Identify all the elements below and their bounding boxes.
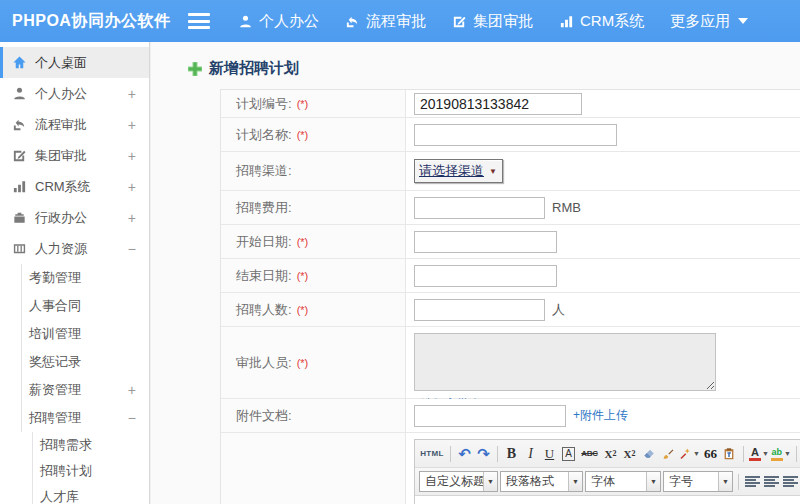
- sidebar-item-talent-pool[interactable]: 人才库: [32, 484, 149, 504]
- field-label: 审批人员:: [236, 354, 292, 372]
- undo-icon[interactable]: ↶: [456, 444, 473, 464]
- home-icon: [12, 55, 27, 70]
- start-date-input[interactable]: [414, 231, 557, 253]
- align-left-icon[interactable]: [744, 472, 761, 492]
- nav-workflow-approval[interactable]: 流程审批: [345, 12, 426, 31]
- color-wand-icon[interactable]: ▼: [678, 444, 700, 464]
- form-row-start-date: 开始日期: (*): [221, 225, 800, 259]
- flow-icon: [345, 14, 360, 29]
- field-label: 计划编号:: [236, 95, 292, 113]
- format-brush-icon[interactable]: [659, 444, 676, 464]
- sidebar-item-recruit-plan[interactable]: 招聘计划: [32, 458, 149, 484]
- field-label: 招聘费用:: [236, 199, 292, 217]
- recruit-plan-form: 计划编号: (*) 计划名称: (*) 招聘渠道: 请选择渠道: [220, 89, 800, 504]
- currency-suffix: RMB: [552, 200, 581, 215]
- custom-title-dropdown[interactable]: 自定义标题 ▼: [419, 471, 498, 492]
- expand-icon[interactable]: +: [128, 382, 136, 398]
- person-icon: [12, 86, 27, 101]
- sidebar-item-hr-contract[interactable]: 人事合同: [21, 292, 149, 320]
- editor-toolbar-row2: 自定义标题 ▼ 段落格式 ▼ 字体 ▼ 字号 ▼: [415, 468, 800, 496]
- required-mark: (*): [297, 304, 309, 316]
- editor-body[interactable]: [415, 496, 800, 504]
- sidebar-item-training-mgmt[interactable]: 培训管理: [21, 320, 149, 348]
- align-center-icon[interactable]: [763, 472, 780, 492]
- page-title: 新增招聘计划: [151, 42, 800, 78]
- end-date-input[interactable]: [414, 265, 557, 287]
- form-row-end-date: 结束日期: (*): [221, 259, 800, 293]
- bold-button[interactable]: B: [503, 444, 520, 464]
- sidebar-item-personal-office[interactable]: 个人办公 +: [0, 78, 149, 109]
- nav-crm-system[interactable]: CRM系统: [559, 12, 644, 31]
- paste-text-icon[interactable]: [721, 444, 738, 464]
- expand-icon[interactable]: +: [128, 86, 136, 102]
- sidebar: 个人桌面 个人办公 + 流程审批 + 集团审批 + CRM系统 + 行政办公 +…: [0, 42, 150, 504]
- top-bar: PHPOA协同办公软件 个人办公 流程审批 集团审批 CRM系统 更多应用: [0, 0, 800, 42]
- edit-icon: [12, 148, 27, 163]
- nav-label: 个人办公: [259, 12, 319, 31]
- nav-group-approval[interactable]: 集团审批: [452, 12, 533, 31]
- attachment-input[interactable]: [414, 405, 566, 427]
- collapse-icon[interactable]: −: [128, 410, 136, 426]
- source-code-button[interactable]: HTML: [419, 444, 445, 464]
- sidebar-item-attendance-mgmt[interactable]: 考勤管理: [21, 264, 149, 292]
- sidebar-item-reward-punish[interactable]: 奖惩记录: [21, 348, 149, 376]
- form-row-channel: 招聘渠道: 请选择渠道 ▼: [221, 152, 800, 191]
- nav-label: CRM系统: [580, 12, 644, 31]
- superscript-button[interactable]: X2: [602, 444, 619, 464]
- nav-more-apps[interactable]: 更多应用: [670, 12, 748, 31]
- approvers-textarea[interactable]: [414, 333, 716, 391]
- expand-icon[interactable]: +: [128, 179, 136, 195]
- editor-toolbar-row1: HTML ↶ ↷ B I U A ABC X2 X2 ▼: [415, 440, 800, 468]
- nav-label: 流程审批: [366, 12, 426, 31]
- blockquote-button[interactable]: 66: [702, 444, 719, 464]
- font-family-dropdown[interactable]: 字体 ▼: [585, 471, 661, 492]
- sidebar-item-admin-office[interactable]: 行政办公 +: [0, 202, 149, 233]
- sidebar-item-crm-system[interactable]: CRM系统 +: [0, 171, 149, 202]
- sidebar-item-workflow-approval[interactable]: 流程审批 +: [0, 109, 149, 140]
- channel-select[interactable]: 请选择渠道 ▼: [414, 159, 503, 183]
- main-content: 新增招聘计划 计划编号: (*) 计划名称: (*) 招聘渠道:: [151, 42, 800, 504]
- dropdown-caret-icon: ▼: [568, 472, 582, 491]
- headcount-input[interactable]: [414, 299, 545, 321]
- nav-personal-office[interactable]: 个人办公: [238, 12, 319, 31]
- menu-icon[interactable]: [188, 13, 210, 29]
- eraser-icon[interactable]: [640, 444, 657, 464]
- collapse-icon[interactable]: −: [128, 241, 136, 257]
- font-size-dropdown[interactable]: 字号 ▼: [663, 471, 733, 492]
- plan-number-input[interactable]: [414, 93, 582, 115]
- strikethrough-button[interactable]: ABC: [579, 444, 600, 464]
- italic-button[interactable]: I: [522, 444, 539, 464]
- field-label: 附件文档:: [236, 407, 292, 425]
- font-color-button[interactable]: A▼: [749, 444, 769, 464]
- nav-label: 集团审批: [473, 12, 533, 31]
- paragraph-format-dropdown[interactable]: 段落格式 ▼: [500, 471, 583, 492]
- sidebar-item-recruit-demand[interactable]: 招聘需求: [32, 432, 149, 458]
- required-mark: (*): [297, 129, 309, 141]
- chart-icon: [12, 179, 27, 194]
- sidebar-item-personal-desktop[interactable]: 个人桌面: [0, 47, 149, 78]
- app-logo[interactable]: PHPOA协同办公软件: [0, 11, 188, 32]
- sidebar-item-group-approval[interactable]: 集团审批 +: [0, 140, 149, 171]
- sidebar-item-recruit-mgmt[interactable]: 招聘管理 −: [21, 404, 149, 432]
- nav-label: 更多应用: [670, 12, 730, 31]
- plan-name-input[interactable]: [414, 124, 617, 146]
- inline-style-button[interactable]: A: [560, 444, 577, 464]
- required-mark: (*): [297, 357, 309, 369]
- field-label: 计划名称:: [236, 126, 292, 144]
- expand-icon[interactable]: +: [128, 148, 136, 164]
- expand-icon[interactable]: +: [128, 117, 136, 133]
- sidebar-item-human-resources[interactable]: 人力资源 −: [0, 233, 149, 264]
- card-icon: [12, 241, 27, 256]
- redo-icon[interactable]: ↷: [475, 444, 492, 464]
- required-mark: (*): [297, 236, 309, 248]
- sidebar-item-salary-mgmt[interactable]: 薪资管理 +: [21, 376, 149, 404]
- cost-input[interactable]: [414, 197, 545, 219]
- highlight-color-button[interactable]: ab▼: [771, 444, 791, 464]
- briefcase-icon: [12, 210, 27, 225]
- expand-icon[interactable]: +: [128, 210, 136, 226]
- upload-attachment-link[interactable]: +附件上传: [573, 407, 628, 424]
- form-row-plan-number: 计划编号: (*): [221, 90, 800, 118]
- subscript-button[interactable]: X2: [621, 444, 638, 464]
- underline-button[interactable]: U: [541, 444, 558, 464]
- align-right-icon[interactable]: [782, 472, 799, 492]
